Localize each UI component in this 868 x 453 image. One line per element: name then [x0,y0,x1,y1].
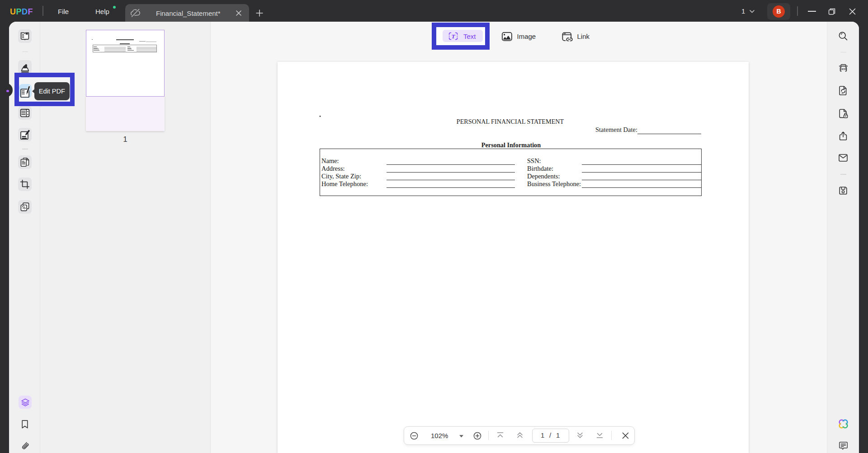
svg-text:T: T [451,33,455,39]
svg-text:OCR: OCR [840,68,847,70]
